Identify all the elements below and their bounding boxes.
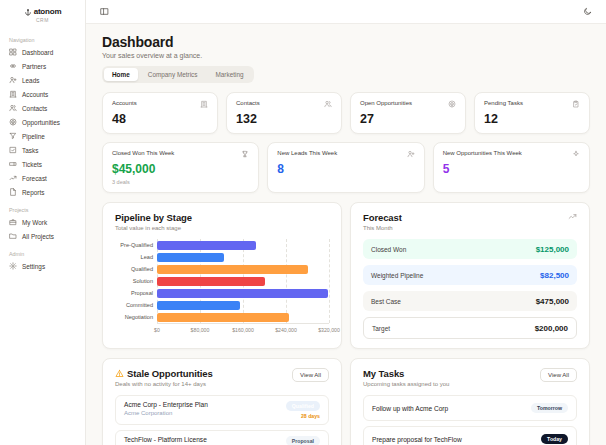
chart-subtitle: Total value in each stage (115, 225, 329, 231)
logo-text: atonom (34, 7, 62, 16)
sidebar-item-my-work[interactable]: My Work (0, 215, 85, 229)
ticket-icon (9, 160, 17, 168)
users-icon (9, 104, 17, 112)
chart-bar-row (157, 299, 329, 311)
panel-left-icon (100, 7, 109, 16)
chart-category-label: Committed (115, 299, 157, 311)
forecast-row-closed-won: Closed Won $125,000 (363, 239, 577, 259)
folder-icon (9, 232, 17, 240)
chart-category-label: Qualified (115, 263, 157, 275)
trend-up-icon (568, 212, 577, 221)
nav-section-navigation: Navigation Dashboard Partners Leads Acco… (0, 37, 85, 199)
chart-title: Pipeline by Stage (115, 212, 329, 223)
sidebar-toggle-button[interactable] (98, 5, 111, 18)
stage-badge: Qualified (286, 401, 320, 411)
chart-category-label: Solution (115, 275, 157, 287)
logo-icon (24, 8, 32, 16)
pipeline-bar-chart: Pre-Qualified Lead Qualified Solution Pr… (115, 239, 329, 335)
tasks-title: My Tasks (363, 368, 449, 379)
x-axis-tick-label: $160,000 (232, 327, 254, 333)
forecast-title: Forecast (363, 212, 402, 223)
chart-bar (157, 253, 224, 262)
chart-bar-row (157, 275, 329, 287)
sidebar-item-accounts[interactable]: Accounts (0, 87, 85, 101)
chart-plot-area (157, 239, 329, 324)
app-logo[interactable]: atonom CRM (0, 0, 85, 29)
sidebar-item-pipeline[interactable]: Pipeline (0, 129, 85, 143)
task-row[interactable]: Follow up with Acme Corp Tomorrow (363, 395, 577, 421)
page-title: Dashboard (102, 34, 590, 50)
deal-title: TechFlow - Platform License (124, 436, 207, 443)
chart-bar (157, 313, 289, 322)
stale-opportunity-row[interactable]: Acme Corp - Enterprise Plan Acme Corpora… (115, 395, 329, 425)
tasks-subtitle: Upcoming tasks assigned to you (363, 381, 449, 387)
stale-opportunities-card: Stale Opportunities Deals with no activi… (102, 358, 342, 445)
stat-value: 48 (112, 112, 208, 126)
moon-icon (583, 7, 592, 16)
sidebar-item-dashboard[interactable]: Dashboard (0, 45, 85, 59)
file-icon (9, 188, 17, 196)
clipboard-icon (572, 100, 580, 108)
stats-row: Accounts 48 Contacts 132 Open Opportunit… (102, 92, 590, 134)
grid-icon (9, 48, 17, 56)
trophy-icon (241, 150, 249, 158)
building-icon (9, 90, 17, 98)
forecast-subtitle: This Month (363, 225, 402, 231)
stale-title: Stale Opportunities (127, 368, 213, 379)
stale-opportunity-row[interactable]: TechFlow - Platform License TechFlow Sol… (115, 430, 329, 445)
sidebar-item-tasks[interactable]: Tasks (0, 143, 85, 157)
stat-value: 12 (484, 112, 580, 126)
sidebar-item-forecast[interactable]: Forecast (0, 171, 85, 185)
stat-card-pending-tasks: Pending Tasks 12 (474, 92, 590, 134)
stage-badge: Proposal (286, 436, 320, 445)
sidebar-item-tickets[interactable]: Tickets (0, 157, 85, 171)
sidebar-item-settings[interactable]: Settings (0, 259, 85, 273)
week-value: 8 (277, 162, 414, 176)
nav-section-label: Navigation (9, 37, 76, 43)
task-row[interactable]: Prepare proposal for TechFlow Today (363, 426, 577, 445)
partners-icon (9, 62, 17, 70)
tab-home[interactable]: Home (104, 68, 138, 81)
week-subtext (443, 179, 580, 185)
sidebar: atonom CRM Navigation Dashboard Partners… (0, 0, 86, 445)
sidebar-item-all-projects[interactable]: All Projects (0, 229, 85, 243)
sidebar-item-leads[interactable]: Leads (0, 73, 85, 87)
forecast-row-target: Target $200,000 (363, 317, 577, 339)
stale-subtitle: Deals with no activity for 14+ days (115, 381, 213, 387)
nav-section-admin: Admin Settings (0, 251, 85, 273)
week-value: 5 (443, 162, 580, 176)
stale-view-all-button[interactable]: View All (292, 368, 329, 382)
briefcase-icon (9, 218, 17, 226)
chart-bar (157, 277, 265, 286)
sidebar-item-opportunities[interactable]: Opportunities (0, 115, 85, 129)
sparkle-icon (572, 150, 580, 158)
mid-row: Pipeline by Stage Total value in each st… (102, 202, 590, 349)
deal-title: Acme Corp - Enterprise Plan (124, 401, 208, 408)
chart-category-labels: Pre-Qualified Lead Qualified Solution Pr… (115, 239, 157, 324)
gridline (329, 239, 330, 323)
sidebar-item-reports[interactable]: Reports (0, 185, 85, 199)
chart-bar (157, 241, 256, 250)
x-axis-tick-label: $80,000 (191, 327, 210, 333)
sidebar-item-contacts[interactable]: Contacts (0, 101, 85, 115)
theme-toggle-button[interactable] (581, 5, 594, 18)
chart-bar-row (157, 287, 329, 299)
tab-company-metrics[interactable]: Company Metrics (140, 68, 206, 81)
users-icon (324, 100, 332, 108)
dashboard-content: Dashboard Your sales overview at a glanc… (86, 24, 606, 445)
check-square-icon (9, 146, 17, 154)
funnel-icon (9, 132, 17, 140)
tab-marketing[interactable]: Marketing (207, 68, 251, 81)
stat-card-accounts: Accounts 48 (102, 92, 218, 134)
sidebar-item-partners[interactable]: Partners (0, 59, 85, 73)
x-axis-tick-label: $240,000 (275, 327, 297, 333)
chart-category-label: Negotiation (115, 311, 157, 323)
forecast-row-weighted-pipeline: Weighted Pipeline $82,500 (363, 265, 577, 285)
main-area: Dashboard Your sales overview at a glanc… (86, 0, 606, 445)
user-plus-icon (9, 76, 17, 84)
tasks-view-all-button[interactable]: View All (540, 368, 577, 382)
task-due-badge: Today (541, 434, 568, 444)
user-plus-icon (407, 150, 415, 158)
nav-section-label: Admin (9, 251, 76, 257)
week-subtext: 3 deals (112, 179, 249, 185)
